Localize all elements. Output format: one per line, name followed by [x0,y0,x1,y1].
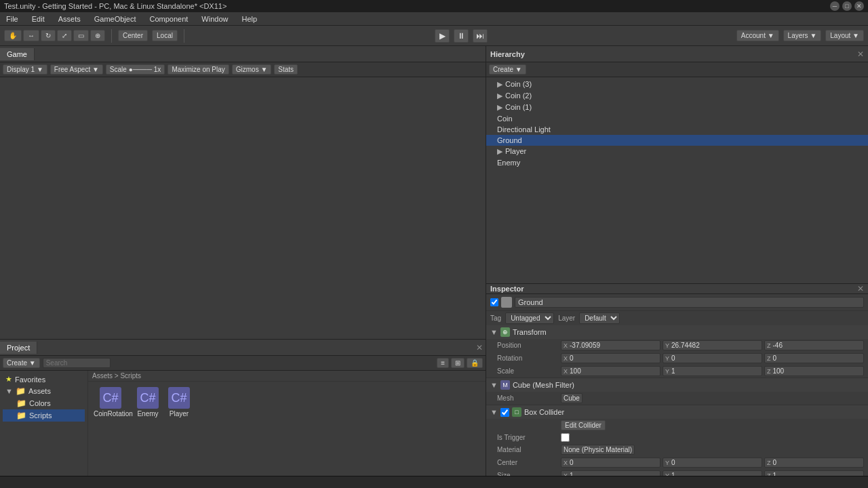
pos-y[interactable]: Y26.74482 [663,340,762,350]
center-y[interactable]: Y0 [663,458,762,468]
stats-button[interactable]: Stats [274,64,298,75]
aspect-button[interactable]: Free Aspect ▼ [50,64,103,75]
account-button[interactable]: Account ▼ [736,30,779,41]
meshfilter-header[interactable]: ▼ M Cube (Mesh Filter) [486,378,868,392]
tool-rect[interactable]: ▭ [73,30,89,41]
hierarchy-toolbar: Create ▼ [486,62,868,77]
hierarchy-panel: Hierarchy ✕ Create ▼ ▶Coin (3) ▶Coin (2)… [486,46,868,283]
center-label: Center [497,459,558,466]
boxcollider-icon: □ [512,407,521,417]
object-active-checkbox[interactable] [490,298,498,306]
tool-hand[interactable]: ✋ [4,30,22,41]
boxcollider-header[interactable]: ▼ □ Box Collider [486,405,868,419]
pause-button[interactable]: ⏸ [454,29,469,43]
project-breadcrumb: Assets > Scripts [88,371,486,382]
file-enemy[interactable]: C# Enemy [134,384,161,485]
transform-header[interactable]: ▼ ⊕ Transform [486,325,868,339]
tab-project[interactable]: Project [0,342,37,354]
assets-arrow: ▼ [5,387,13,395]
layers-button[interactable]: Layers ▼ [783,30,822,41]
object-name-field[interactable] [515,297,864,308]
project-list-view[interactable]: ≡ [437,358,449,368]
pos-x[interactable]: X-37.09059 [561,340,660,350]
pos-z[interactable]: Z-46 [764,340,864,350]
pivot-center-button[interactable]: Center [118,30,148,41]
layer-select[interactable]: Default [579,312,620,324]
scale-label: Scale [497,367,558,375]
rot-z[interactable]: Z0 [764,353,864,363]
hier-coin2[interactable]: ▶Coin (2) [486,90,868,102]
statusbar [0,476,868,488]
menu-gameobject[interactable]: GameObject [91,14,140,24]
project-close[interactable]: ✕ [476,343,483,352]
tool-rotate[interactable]: ↻ [41,30,56,41]
menu-help[interactable]: Help [238,14,260,24]
main-layout: Game Display 1 ▼ Free Aspect ▼ Scale ●──… [0,46,868,488]
scale-z[interactable]: Z100 [764,366,864,376]
menu-file[interactable]: File [3,14,22,24]
player-label: Player [170,410,189,418]
inspector-title: Inspector [490,285,524,293]
project-search-input[interactable] [43,358,111,368]
inspector-header: Inspector ✕ [486,284,868,294]
close-button[interactable]: ✕ [854,1,864,11]
project-grid-view[interactable]: ⊞ [451,358,465,368]
project-lock[interactable]: 🔒 [467,358,483,368]
scale-button[interactable]: Scale ●──── 1x [106,64,165,75]
minimize-button[interactable]: ─ [830,1,840,11]
display-button[interactable]: Display 1 ▼ [3,64,47,75]
gizmos-button[interactable]: Gizmos ▼ [232,64,272,75]
rot-x[interactable]: X0 [561,353,660,363]
hier-coin1[interactable]: ▶Coin (1) [486,102,868,113]
colors-item[interactable]: 📁 Colors [3,397,85,409]
inspector-close[interactable]: ✕ [857,284,864,293]
scale-x[interactable]: X100 [561,366,660,376]
layout-button[interactable]: Layout ▼ [825,30,864,41]
boxcollider-enabled[interactable] [500,408,509,417]
hier-coin[interactable]: Coin [486,113,868,124]
tag-select[interactable]: Untagged [505,312,554,324]
edit-collider-btn[interactable]: Edit Collider [561,420,606,430]
inspector-object-header [486,294,868,311]
hierarchy-close[interactable]: ✕ [857,49,864,59]
hier-ground[interactable]: Ground [486,135,868,146]
file-player[interactable]: C# Player [165,384,193,485]
hier-player[interactable]: ▶Player [486,146,868,157]
center-z[interactable]: Z0 [764,458,864,468]
hier-enemy[interactable]: Enemy [486,157,868,168]
rot-y[interactable]: Y0 [663,353,762,363]
collider-material-value[interactable]: None (Physic Material) [561,445,635,455]
step-button[interactable]: ⏭ [473,29,488,43]
material-row-collider: Material None (Physic Material) [486,443,868,456]
menu-window[interactable]: Window [198,14,231,24]
play-button[interactable]: ▶ [435,29,450,43]
menu-edit[interactable]: Edit [28,14,48,24]
mesh-value[interactable]: Cube [561,393,583,403]
space-local-button[interactable]: Local [152,30,178,41]
scale-y[interactable]: Y1 [663,366,762,376]
left-area: Game Display 1 ▼ Free Aspect ▼ Scale ●──… [0,46,486,488]
file-coinrotation[interactable]: C# CoinRotation [91,384,130,485]
scripts-folder-icon: 📁 [16,411,26,420]
project-create-btn[interactable]: Create ▼ [3,358,40,368]
maximize-button[interactable]: Maximize on Play [167,64,229,75]
menu-component[interactable]: Component [146,14,191,24]
center-x[interactable]: X0 [561,458,660,468]
hier-coin3[interactable]: ▶Coin (3) [486,79,868,90]
favorites-item[interactable]: ★ Favorites [3,373,85,385]
tab-game[interactable]: Game [0,48,35,60]
tool-transform[interactable]: ⊕ [90,30,105,41]
menu-assets[interactable]: Assets [55,14,84,24]
position-row: Position X-37.09059 Y26.74482 Z-46 [486,339,868,352]
maximize-button[interactable]: □ [842,1,852,11]
scene-tabs: Game [0,46,486,62]
is-trigger-checkbox[interactable] [561,433,570,442]
assets-item[interactable]: ▼ 📁 Assets [3,385,85,397]
title-text: Test.unity - Getting Started - PC, Mac &… [4,2,226,10]
right-panel: Hierarchy ✕ Create ▼ ▶Coin (3) ▶Coin (2)… [486,46,868,488]
hierarchy-create-btn[interactable]: Create ▼ [489,64,526,75]
tool-move[interactable]: ↔ [23,30,39,41]
hier-dirlight[interactable]: Directional Light [486,124,868,135]
tool-scale[interactable]: ⤢ [57,30,72,41]
scripts-item[interactable]: 📁 Scripts [3,409,85,422]
